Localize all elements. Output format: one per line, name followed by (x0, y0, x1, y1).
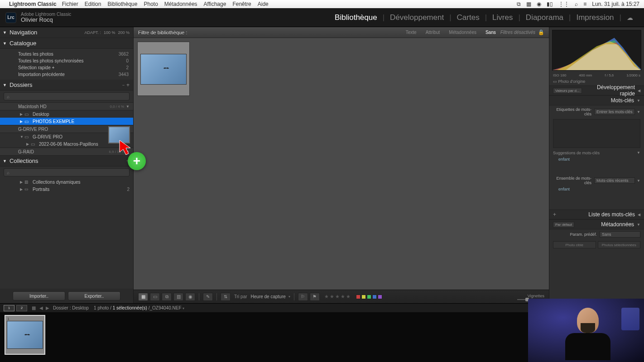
primary-screen-button[interactable]: 1 (4, 305, 14, 311)
filter-none[interactable]: Sans (481, 30, 500, 35)
grid-thumbnail[interactable] (137, 42, 190, 96)
loupe-view-icon[interactable]: ▭ (150, 293, 160, 301)
nav-zoom-100[interactable]: 100 % (104, 30, 115, 35)
catalog-row[interactable]: Sélection rapide +2 (0, 64, 133, 71)
app-menu-name[interactable]: Lightroom Classic (9, 1, 57, 7)
module-book[interactable]: Livres (487, 13, 518, 22)
control-center-icon[interactable]: ▦ (526, 1, 531, 7)
volume-row[interactable]: G-RAID6,9 / 18 T▼ (0, 148, 133, 156)
catalog-header[interactable]: ▼ Catalogue (0, 38, 133, 49)
flag-pick-icon[interactable]: ⚐ (298, 293, 308, 301)
keyword-set-select[interactable]: Mots-clés récents (594, 177, 635, 184)
grid-toggle-icon[interactable]: ▦ (32, 305, 36, 310)
keyword-list-plus-icon[interactable]: + (553, 211, 556, 218)
filter-attribute[interactable]: Attribut (421, 30, 445, 35)
folders-title: Dossiers (10, 81, 122, 88)
metadata-preset-select[interactable]: Sans (600, 231, 640, 238)
catalog-row[interactable]: Toutes les photos synchronisées0 (0, 57, 133, 64)
catalog-row[interactable]: Importation précédente3443 (0, 71, 133, 78)
folders-header[interactable]: ▼ Dossiers − + (0, 80, 133, 90)
sort-direction-icon[interactable]: ⇅ (221, 293, 231, 301)
wifi-icon[interactable]: ⋮⋮ (558, 1, 569, 7)
menu-window[interactable]: Fenêtre (232, 1, 251, 7)
clock[interactable]: Lun. 31 juil. à 15:27 (592, 1, 639, 7)
module-slideshow[interactable]: Diaporama (520, 13, 569, 22)
collections-header[interactable]: ▼ Collections + (0, 156, 133, 167)
grid-view[interactable]: + (134, 38, 549, 290)
nav-back-icon[interactable]: ◀ (39, 305, 43, 310)
folders-minus-icon[interactable]: − (122, 83, 125, 87)
keyword-suggestion-tag[interactable]: enfant (549, 157, 644, 162)
quick-dev-preset[interactable]: Valeurs par d... (553, 88, 582, 94)
battery-icon[interactable]: ▮▯ (547, 1, 553, 7)
module-library[interactable]: Bibliothèque (329, 13, 383, 22)
filter-disabled-label[interactable]: Filtres désactivés (500, 30, 535, 35)
siri-icon[interactable]: ◉ (537, 1, 541, 7)
painter-icon[interactable]: ✎ (203, 293, 213, 301)
search-icon[interactable]: ⌕ (575, 1, 578, 7)
keywords-header[interactable]: Mots-clés ▼ (549, 95, 644, 105)
survey-view-icon[interactable]: ▥ (173, 293, 183, 301)
compare-view-icon[interactable]: ⧉ (162, 293, 172, 301)
menu-help[interactable]: Aide (258, 1, 269, 7)
menu-view[interactable]: Affichage (204, 1, 226, 7)
quick-develop-header[interactable]: Valeurs par d... Développement rapide ◀ (549, 86, 644, 95)
breadcrumb[interactable]: Dossier : Desktop 1 photo / 1 sélectionn… (53, 305, 184, 310)
module-print[interactable]: Impression (571, 13, 619, 22)
filmstrip-thumbnail[interactable]: 1 (5, 315, 45, 355)
histogram[interactable] (552, 30, 641, 71)
grid-view-icon[interactable]: ▦ (138, 293, 148, 301)
folder-gdrive[interactable]: ▼▭G-DRIVE PRO (0, 133, 133, 140)
keyword-tags-select[interactable]: Entrer les mots-clés (594, 109, 635, 115)
menu-edit[interactable]: Edition (85, 1, 101, 7)
keyword-list-header[interactable]: + Liste des mots-clés ◀ (549, 210, 644, 219)
sort-value[interactable]: Heure de capture (251, 294, 286, 299)
export-button[interactable]: Exporter.. (68, 291, 120, 300)
menu-extra-icon[interactable]: ≡ (583, 1, 586, 7)
menu-photo[interactable]: Photo (144, 1, 158, 7)
collection-row[interactable]: ▶▥Collections dynamiques (0, 178, 133, 186)
people-view-icon[interactable]: ◉ (185, 293, 195, 301)
module-develop[interactable]: Développement (384, 13, 449, 22)
filter-text[interactable]: Texte (401, 30, 421, 35)
filter-metadata[interactable]: Métadonnées (444, 30, 481, 35)
selected-photos-button[interactable]: Photos sélectionnées (598, 241, 641, 248)
navigator-header[interactable]: ▼ Navigation ADAPT. : 100 % 200 % (0, 27, 133, 38)
target-photo-button[interactable]: Photo cible (553, 241, 596, 248)
color-purple[interactable] (378, 295, 382, 299)
volume-row[interactable]: G-DRIVE PRO0,0 / 0▼ (0, 125, 133, 133)
menu-metadata[interactable]: Métadonnées (164, 1, 197, 7)
menu-file[interactable]: Fichier (62, 1, 78, 7)
drag-plus-icon: + (134, 152, 146, 170)
nav-forward-icon[interactable]: ▶ (46, 305, 49, 310)
module-map[interactable]: Cartes (452, 13, 485, 22)
color-yellow[interactable] (361, 295, 366, 299)
secondary-screen-button[interactable]: 2 (16, 305, 27, 311)
collections-search-input[interactable]: ⌕ (4, 168, 130, 176)
folder-desktop[interactable]: ▶▭Desktop (0, 110, 133, 118)
flag-reject-icon[interactable]: ⚑ (310, 293, 320, 301)
folder-photos-exemple[interactable]: ▶▭PHOTOS EXEMPLE (0, 118, 133, 125)
catalog-row[interactable]: Toutes les photos3662 (0, 51, 133, 57)
menu-library[interactable]: Bibliothèque (107, 1, 137, 7)
folder-macros[interactable]: ▶▭2022-06-06 Macros-Papillons (0, 140, 133, 148)
color-blue[interactable] (372, 295, 377, 299)
metadata-header[interactable]: Par défaut Métadonnées ▼ (549, 219, 644, 229)
lock-icon[interactable]: 🔒 (538, 29, 544, 35)
import-button[interactable]: Importer.. (13, 291, 65, 300)
folders-search-input[interactable]: ⌕ (4, 92, 130, 100)
cloud-sync-icon[interactable]: ☁ (621, 14, 639, 21)
nav-adapt[interactable]: ADAPT. : (84, 30, 101, 35)
metadata-view-select[interactable]: Par défaut (553, 222, 574, 228)
collections-plus-icon[interactable]: + (126, 158, 130, 164)
volume-row[interactable]: Macintosh HD0,0 / 4 %▼ (0, 102, 133, 110)
keyword-input-box[interactable] (553, 119, 640, 148)
rating-stars[interactable]: ★★★★★ (324, 294, 351, 300)
color-green[interactable] (367, 295, 371, 299)
color-red[interactable] (356, 295, 360, 299)
collection-row[interactable]: ▶▭Portraits2 (0, 186, 133, 193)
keyword-set-tag[interactable]: enfant (549, 187, 644, 191)
folders-plus-icon[interactable]: + (126, 82, 130, 88)
nav-zoom-200[interactable]: 200 % (118, 30, 130, 35)
screen-mirror-icon[interactable]: ⧉ (517, 1, 521, 7)
